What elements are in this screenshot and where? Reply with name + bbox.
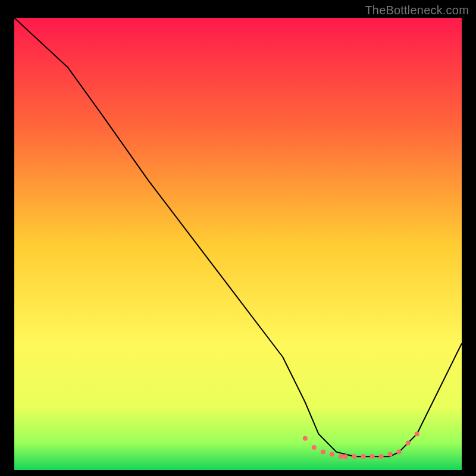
marker-dot <box>330 452 334 456</box>
bottleneck-chart <box>14 18 462 470</box>
marker-dot <box>397 450 402 455</box>
marker-dot <box>312 445 317 450</box>
marker-dot <box>370 454 375 459</box>
watermark-text: TheBottleneck.com <box>365 4 469 17</box>
marker-dot <box>406 440 411 445</box>
marker-dot <box>415 431 419 436</box>
marker-dot <box>361 454 366 459</box>
marker-dot <box>321 450 325 455</box>
marker-dot <box>339 454 343 459</box>
marker-dot <box>352 454 357 459</box>
marker-dot <box>388 452 393 456</box>
marker-dot <box>303 436 308 441</box>
marker-dot <box>343 454 347 459</box>
marker-dot <box>379 454 384 459</box>
